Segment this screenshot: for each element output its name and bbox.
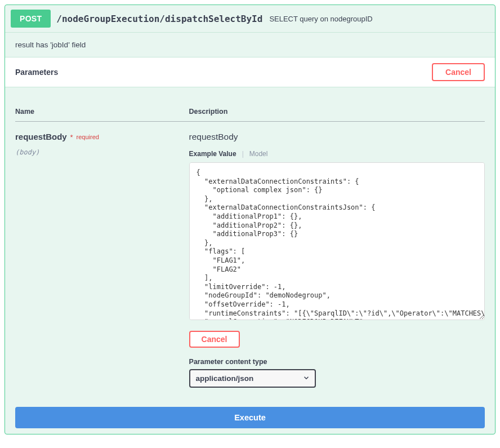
parameters-body: Name Description requestBody * required … — [5, 87, 495, 399]
required-star-icon: * — [70, 133, 73, 141]
content-type-block: Parameter content type application/json — [189, 358, 485, 388]
execute-section: Execute — [5, 399, 495, 434]
required-label: required — [77, 134, 99, 140]
parameters-bar: Parameters Cancel — [5, 57, 495, 87]
operation-block: POST /nodeGroupExecution/dispatchSelectB… — [5, 5, 495, 434]
param-name: requestBody — [15, 132, 67, 141]
cancel-body-button[interactable]: Cancel — [189, 331, 240, 348]
method-badge: POST — [11, 10, 51, 28]
column-header-name: Name — [15, 96, 189, 122]
execute-button[interactable]: Execute — [15, 407, 485, 428]
parameters-table: Name Description requestBody * required … — [15, 96, 485, 399]
content-type-label: Parameter content type — [189, 358, 485, 366]
parameters-title: Parameters — [15, 68, 58, 77]
param-description-title: requestBody — [189, 132, 485, 142]
param-location: (body) — [15, 148, 189, 156]
tab-divider: | — [242, 150, 244, 158]
operation-header[interactable]: POST /nodeGroupExecution/dispatchSelectB… — [5, 5, 495, 32]
tab-model[interactable]: Model — [249, 150, 268, 158]
column-header-description: Description — [189, 96, 485, 122]
operation-path: /nodeGroupExecution/dispatchSelectById — [56, 14, 262, 24]
operation-description: result has 'jobId' field — [5, 32, 495, 57]
tab-example-value[interactable]: Example Value — [189, 150, 236, 158]
content-type-select[interactable]: application/json — [189, 369, 316, 388]
table-row: requestBody * required (body) requestBod… — [15, 122, 485, 400]
operation-summary: SELECT query on nodegroupID — [269, 15, 372, 23]
cancel-button[interactable]: Cancel — [432, 63, 485, 81]
request-body-input[interactable] — [189, 162, 485, 320]
example-model-tabs: Example Value | Model — [189, 150, 485, 158]
